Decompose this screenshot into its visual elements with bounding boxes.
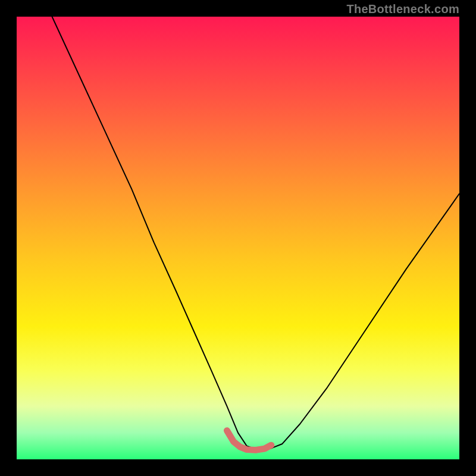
series-optimal-band bbox=[227, 431, 271, 450]
plot-area bbox=[17, 17, 459, 459]
chart-frame: TheBottleneck.com bbox=[0, 0, 476, 476]
watermark-text: TheBottleneck.com bbox=[346, 2, 459, 16]
series-layer bbox=[52, 17, 459, 450]
series-bottleneck-curve bbox=[52, 17, 459, 450]
chart-svg bbox=[17, 17, 459, 459]
